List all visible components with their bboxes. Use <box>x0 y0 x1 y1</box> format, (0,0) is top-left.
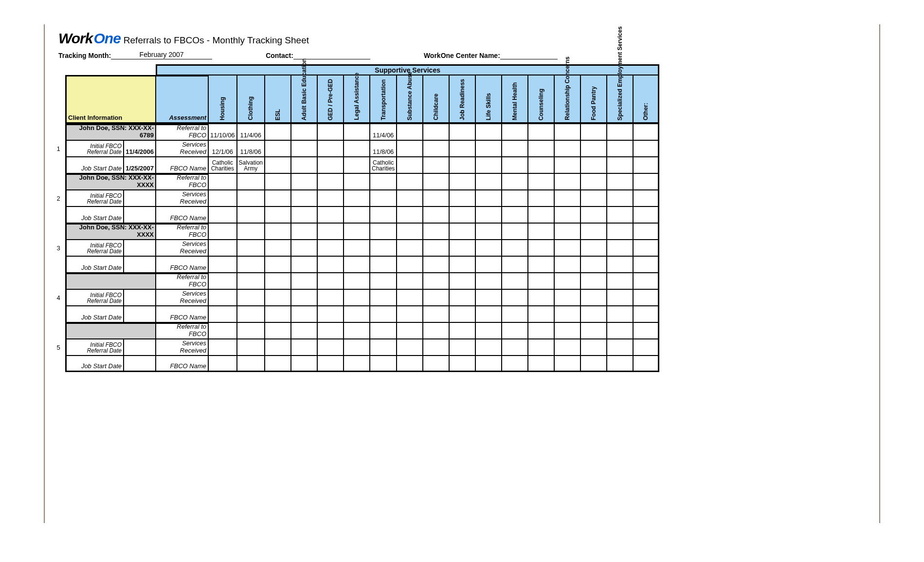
data-cell[interactable] <box>344 240 370 256</box>
data-cell[interactable] <box>502 157 528 173</box>
data-cell[interactable] <box>607 140 633 157</box>
data-cell[interactable] <box>580 356 607 372</box>
data-cell[interactable] <box>291 173 317 190</box>
data-cell[interactable] <box>423 356 449 372</box>
referral-date[interactable] <box>124 339 156 356</box>
data-cell[interactable] <box>554 289 580 306</box>
data-cell[interactable] <box>423 190 449 206</box>
data-cell[interactable] <box>291 206 317 223</box>
data-cell[interactable] <box>397 356 423 372</box>
data-cell[interactable] <box>502 306 528 322</box>
data-cell[interactable] <box>317 322 344 339</box>
data-cell[interactable] <box>554 173 580 190</box>
data-cell[interactable] <box>317 306 344 322</box>
data-cell[interactable] <box>554 256 580 273</box>
data-cell[interactable] <box>502 173 528 190</box>
data-cell[interactable]: 11/4/06 <box>237 124 265 140</box>
data-cell[interactable] <box>317 190 344 206</box>
data-cell[interactable] <box>633 223 659 240</box>
data-cell[interactable] <box>554 206 580 223</box>
data-cell[interactable] <box>397 273 423 289</box>
client-name-ssn[interactable]: John Doe, SSN: XXX-XX-XXXX <box>65 173 156 190</box>
data-cell[interactable] <box>265 173 291 190</box>
data-cell[interactable] <box>423 124 449 140</box>
data-cell[interactable] <box>370 356 397 372</box>
data-cell[interactable] <box>607 273 633 289</box>
data-cell[interactable] <box>554 273 580 289</box>
data-cell[interactable] <box>449 356 475 372</box>
data-cell[interactable] <box>265 339 291 356</box>
data-cell[interactable] <box>633 140 659 157</box>
client-name-ssn[interactable]: John Doe, SSN: XXX-XX-6789 <box>65 124 156 140</box>
data-cell[interactable] <box>580 322 607 339</box>
data-cell[interactable] <box>633 273 659 289</box>
data-cell[interactable] <box>423 273 449 289</box>
data-cell[interactable] <box>449 140 475 157</box>
data-cell[interactable] <box>580 223 607 240</box>
data-cell[interactable] <box>317 273 344 289</box>
data-cell[interactable] <box>554 356 580 372</box>
data-cell[interactable] <box>291 339 317 356</box>
data-cell[interactable] <box>528 223 554 240</box>
data-cell[interactable] <box>607 322 633 339</box>
data-cell[interactable] <box>633 173 659 190</box>
data-cell[interactable] <box>502 206 528 223</box>
data-cell[interactable] <box>265 289 291 306</box>
data-cell[interactable] <box>580 306 607 322</box>
data-cell[interactable] <box>237 356 265 372</box>
data-cell[interactable] <box>580 289 607 306</box>
data-cell[interactable] <box>554 240 580 256</box>
data-cell[interactable] <box>397 339 423 356</box>
client-name-ssn[interactable] <box>65 273 156 289</box>
data-cell[interactable] <box>344 256 370 273</box>
data-cell[interactable] <box>633 124 659 140</box>
data-cell[interactable] <box>633 157 659 173</box>
data-cell[interactable] <box>208 356 237 372</box>
data-cell[interactable] <box>344 206 370 223</box>
data-cell[interactable] <box>475 157 502 173</box>
data-cell[interactable] <box>475 273 502 289</box>
data-cell[interactable] <box>475 256 502 273</box>
data-cell[interactable] <box>528 124 554 140</box>
data-cell[interactable] <box>502 190 528 206</box>
data-cell[interactable] <box>580 157 607 173</box>
data-cell[interactable] <box>265 190 291 206</box>
data-cell[interactable] <box>265 356 291 372</box>
data-cell[interactable] <box>528 256 554 273</box>
data-cell[interactable]: 11/10/06 <box>208 124 237 140</box>
data-cell[interactable] <box>449 157 475 173</box>
referral-date[interactable] <box>124 190 156 206</box>
data-cell[interactable] <box>370 273 397 289</box>
data-cell[interactable] <box>580 124 607 140</box>
data-cell[interactable] <box>237 256 265 273</box>
data-cell[interactable] <box>528 140 554 157</box>
data-cell[interactable] <box>502 356 528 372</box>
data-cell[interactable] <box>370 306 397 322</box>
data-cell[interactable] <box>208 322 237 339</box>
data-cell[interactable] <box>397 190 423 206</box>
data-cell[interactable] <box>607 206 633 223</box>
data-cell[interactable] <box>208 289 237 306</box>
data-cell[interactable] <box>208 273 237 289</box>
data-cell[interactable] <box>554 157 580 173</box>
data-cell[interactable] <box>580 140 607 157</box>
data-cell[interactable] <box>265 273 291 289</box>
data-cell[interactable] <box>580 339 607 356</box>
data-cell[interactable] <box>449 173 475 190</box>
data-cell[interactable] <box>449 289 475 306</box>
data-cell[interactable] <box>397 240 423 256</box>
data-cell[interactable] <box>607 256 633 273</box>
data-cell[interactable] <box>265 240 291 256</box>
data-cell[interactable] <box>317 157 344 173</box>
data-cell[interactable] <box>344 273 370 289</box>
data-cell[interactable] <box>449 306 475 322</box>
data-cell[interactable] <box>317 223 344 240</box>
data-cell[interactable] <box>370 256 397 273</box>
data-cell[interactable] <box>344 140 370 157</box>
data-cell[interactable] <box>423 306 449 322</box>
job-start-date[interactable] <box>124 206 156 223</box>
client-name-ssn[interactable]: John Doe, SSN: XXX-XX-XXXX <box>65 223 156 240</box>
data-cell[interactable] <box>607 173 633 190</box>
data-cell[interactable] <box>528 240 554 256</box>
data-cell[interactable] <box>397 306 423 322</box>
